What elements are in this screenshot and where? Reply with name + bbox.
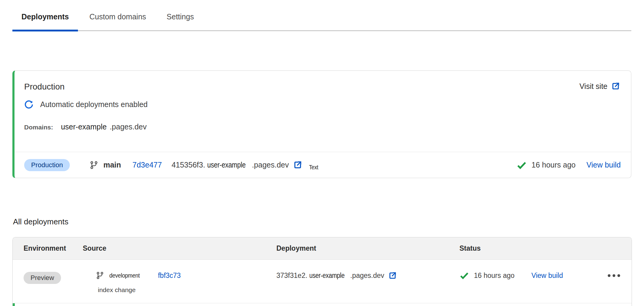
deployment-url-prefix: 373f31e2.	[276, 272, 307, 280]
deployment-url-suffix: .pages.dev	[252, 161, 289, 169]
commit-link[interactable]: fbf3c73	[158, 272, 181, 280]
production-card-title: Production	[24, 82, 65, 92]
git-branch-icon	[96, 271, 104, 280]
commit-message: index change	[98, 286, 276, 294]
check-icon	[517, 161, 527, 170]
domain-suffix: .pages.dev	[110, 122, 147, 131]
branch-name: development	[109, 272, 140, 279]
environment-badge: Preview	[24, 272, 61, 284]
external-link-icon	[611, 82, 620, 91]
column-header-deployment: Deployment	[276, 244, 459, 252]
table-row: Preview development fbf3c73 index change	[13, 260, 632, 303]
column-header-source: Source	[83, 244, 276, 252]
view-build-link[interactable]: View build	[531, 272, 563, 280]
commit-note: Text	[309, 164, 318, 171]
deploy-time: 16 hours ago	[474, 272, 514, 280]
deployment-url-suffix: .pages.dev	[350, 272, 384, 280]
production-deployment-row: Production main 7d3e477 415356f3. user-e…	[14, 152, 631, 178]
deployment-url-name: user-example	[309, 272, 345, 280]
deployment-url-link[interactable]: 373f31e2. user-example .pages.dev	[276, 271, 459, 280]
commit-link[interactable]: 7d3e477	[133, 161, 162, 169]
deploy-time: 16 hours ago	[532, 161, 576, 169]
tab-custom-domains[interactable]: Custom domains	[80, 8, 155, 31]
deployments-table: Environment Source Deployment Status Pre…	[12, 237, 632, 306]
refresh-icon	[24, 100, 34, 109]
page-tabs: Deployments Custom domains Settings	[12, 8, 631, 31]
deployment-url-prefix: 415356f3.	[172, 161, 205, 169]
environment-badge: Production	[24, 159, 70, 171]
visit-site-label: Visit site	[579, 82, 607, 91]
domain-name: user-example	[61, 122, 107, 131]
auto-deploy-text: Automatic deployments enabled	[40, 100, 148, 109]
domains-label: Domains:	[24, 124, 53, 131]
tab-settings[interactable]: Settings	[158, 8, 203, 31]
column-header-status: Status	[459, 244, 632, 252]
column-header-environment: Environment	[24, 244, 83, 252]
external-link-icon	[293, 160, 302, 170]
check-icon	[459, 271, 469, 280]
external-link-icon	[388, 271, 397, 280]
tab-deployments[interactable]: Deployments	[12, 8, 78, 31]
production-card: Production Visit site Automa	[12, 70, 631, 178]
overflow-menu-icon[interactable]	[608, 274, 620, 277]
deployment-url-link[interactable]: 415356f3. user-example .pages.dev	[172, 160, 302, 170]
deployment-url-name: user-example	[207, 161, 246, 169]
visit-site-link[interactable]: Visit site	[579, 82, 620, 91]
branch-name: main	[103, 161, 121, 169]
git-branch-icon	[90, 161, 98, 170]
all-deployments-title: All deployments	[13, 217, 69, 226]
view-build-link[interactable]: View build	[586, 161, 621, 169]
next-row-partial	[13, 303, 632, 306]
table-header-row: Environment Source Deployment Status	[13, 237, 632, 260]
